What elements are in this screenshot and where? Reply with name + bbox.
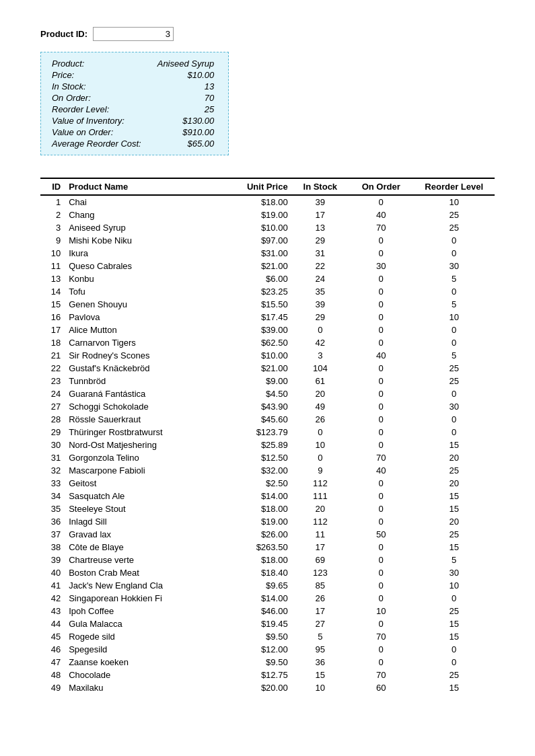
table-row: 27 Schoggi Schokolade $43.90 49 0 30 [40,400,495,413]
cell-name: Gravad lax [65,528,227,541]
info-label: Value on Order: [49,126,155,138]
cell-instock: 29 [292,234,349,247]
info-value: $910.00 [155,126,217,138]
table-row: 38 Côte de Blaye $263.50 17 0 15 [40,541,495,554]
cell-reorder: 5 [413,298,495,311]
cell-id: 44 [40,617,65,630]
cell-instock: 15 [292,669,349,681]
cell-reorder: 0 [413,387,495,400]
cell-id: 49 [40,681,65,694]
cell-price: $97.00 [227,234,291,247]
cell-instock: 69 [292,554,349,566]
cell-id: 43 [40,605,65,617]
info-value: 13 [155,81,217,92]
cell-reorder: 25 [413,375,495,387]
cell-instock: 13 [292,221,349,234]
cell-id: 1 [40,195,65,209]
cell-reorder: 0 [413,413,495,426]
product-id-input[interactable] [93,27,174,41]
cell-id: 18 [40,336,65,349]
col-header-instock: In Stock [292,178,349,195]
table-row: 42 Singaporean Hokkien Fi $14.00 26 0 0 [40,592,495,605]
cell-instock: 36 [292,656,349,669]
cell-instock: 85 [292,579,349,592]
cell-instock: 35 [292,285,349,298]
cell-price: $9.00 [227,375,291,387]
cell-onorder: 0 [349,324,413,336]
cell-name: Pavlova [65,311,227,324]
cell-reorder: 0 [413,336,495,349]
cell-id: 27 [40,400,65,413]
cell-instock: 10 [292,439,349,451]
cell-reorder: 25 [413,605,495,617]
cell-onorder: 40 [349,349,413,362]
cell-instock: 104 [292,362,349,375]
cell-onorder: 0 [349,617,413,630]
info-value: Aniseed Syrup [155,58,217,69]
cell-reorder: 5 [413,272,495,285]
info-label: Product: [49,58,155,69]
cell-price: $19.00 [227,515,291,528]
cell-id: 37 [40,528,65,541]
cell-reorder: 0 [413,656,495,669]
cell-onorder: 0 [349,515,413,528]
product-id-row: Product ID: [40,27,495,41]
table-row: 24 Guaraná Fantástica $4.50 20 0 0 [40,387,495,400]
cell-onorder: 0 [349,234,413,247]
cell-price: $10.00 [227,221,291,234]
cell-id: 22 [40,362,65,375]
info-value: 70 [155,92,217,104]
cell-instock: 3 [292,349,349,362]
cell-onorder: 70 [349,669,413,681]
table-row: 48 Chocolade $12.75 15 70 25 [40,669,495,681]
info-table: Product:Aniseed SyrupPrice:$10.00In Stoc… [49,58,217,149]
cell-reorder: 10 [413,311,495,324]
cell-onorder: 0 [349,195,413,209]
cell-id: 38 [40,541,65,554]
cell-onorder: 70 [349,451,413,464]
table-row: 39 Chartreuse verte $18.00 69 0 5 [40,554,495,566]
cell-instock: 17 [292,209,349,221]
cell-instock: 95 [292,643,349,656]
cell-onorder: 0 [349,490,413,502]
col-header-name: Product Name [65,178,227,195]
cell-reorder: 0 [413,285,495,298]
cell-name: Rogede sild [65,630,227,643]
cell-instock: 42 [292,336,349,349]
cell-reorder: 25 [413,209,495,221]
cell-onorder: 0 [349,272,413,285]
cell-reorder: 15 [413,439,495,451]
table-row: 23 Tunnbröd $9.00 61 0 25 [40,375,495,387]
cell-onorder: 0 [349,477,413,490]
info-label: On Order: [49,92,155,104]
table-row: 13 Konbu $6.00 24 0 5 [40,272,495,285]
cell-id: 21 [40,349,65,362]
table-row: 45 Rogede sild $9.50 5 70 15 [40,630,495,643]
main-table: ID Product Name Unit Price In Stock On O… [40,178,495,694]
cell-id: 39 [40,554,65,566]
cell-reorder: 25 [413,528,495,541]
cell-onorder: 0 [349,285,413,298]
cell-onorder: 0 [349,439,413,451]
cell-name: Steeleye Stout [65,502,227,515]
cell-onorder: 0 [349,336,413,349]
table-row: 32 Mascarpone Fabioli $32.00 9 40 25 [40,464,495,477]
cell-reorder: 25 [413,669,495,681]
cell-name: Jack's New England Cla [65,579,227,592]
cell-price: $9.50 [227,656,291,669]
cell-reorder: 25 [413,362,495,375]
cell-onorder: 0 [349,375,413,387]
table-row: 16 Pavlova $17.45 29 0 10 [40,311,495,324]
info-value: $130.00 [155,115,217,126]
cell-onorder: 0 [349,387,413,400]
cell-price: $263.50 [227,541,291,554]
cell-instock: 49 [292,400,349,413]
cell-id: 41 [40,579,65,592]
cell-name: Ikura [65,247,227,260]
table-row: 37 Gravad lax $26.00 11 50 25 [40,528,495,541]
cell-onorder: 0 [349,541,413,554]
cell-price: $21.00 [227,260,291,272]
info-row: Average Reorder Cost:$65.00 [49,138,217,149]
cell-price: $18.00 [227,195,291,209]
cell-onorder: 30 [349,260,413,272]
